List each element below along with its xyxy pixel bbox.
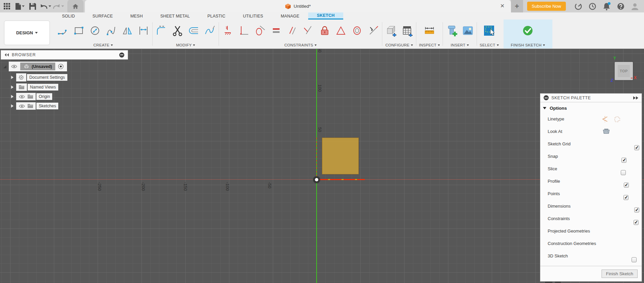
snap-checkbox[interactable] [621, 157, 626, 163]
expand-icon[interactable] [10, 95, 14, 99]
expand-collapse-icon[interactable] [3, 65, 7, 69]
fix-unfix-constraint-icon[interactable] [319, 25, 331, 37]
line-icon[interactable] [57, 25, 69, 37]
extensions-icon[interactable] [573, 1, 584, 11]
redo-button[interactable] [53, 1, 64, 11]
tab-mesh[interactable]: MESH [122, 12, 152, 20]
palette-minimize-icon[interactable] [544, 95, 549, 100]
origin-point[interactable] [314, 177, 320, 183]
tangent-constraint-icon[interactable] [254, 25, 266, 37]
visibility-eye-icon[interactable] [19, 104, 25, 108]
constraints-checkbox[interactable] [634, 220, 639, 225]
break-icon[interactable] [204, 25, 216, 37]
centerline-linetype-icon[interactable] [601, 116, 609, 122]
visibility-eye-icon[interactable] [19, 95, 25, 99]
select-icon[interactable] [483, 25, 495, 37]
browser-item-named-views[interactable]: Named Views [8, 83, 128, 91]
job-status-icon[interactable] [587, 1, 598, 11]
view-cube[interactable]: TOP Y X Z [615, 62, 633, 80]
sketch-line-vertical[interactable] [316, 138, 317, 180]
palette-row-slice: Slice [540, 163, 642, 175]
palette-dock-icon[interactable] [633, 96, 638, 100]
rectangle-icon[interactable] [73, 25, 85, 37]
help-icon[interactable] [615, 1, 626, 11]
equal-constraint-icon[interactable] [270, 25, 282, 37]
undo-button[interactable] [40, 1, 51, 11]
slice-checkbox[interactable] [621, 170, 626, 175]
dimensions-checkbox[interactable] [634, 207, 639, 212]
sketch-line-horizontal[interactable] [317, 179, 365, 180]
options-section-header[interactable]: Options [540, 102, 642, 113]
configuration-table-icon[interactable] [401, 25, 413, 37]
finish-sketch-dropdown[interactable]: FINISH SKETCH [511, 42, 545, 48]
sketch-dimension-icon[interactable] [137, 25, 150, 37]
mirror-icon[interactable] [121, 25, 133, 37]
parallel-constraint-icon[interactable] [286, 25, 298, 37]
coincident-constraint-icon[interactable] [302, 25, 315, 37]
insert-dropdown[interactable]: INSERT [451, 42, 469, 48]
insert-canvas-icon[interactable] [462, 25, 474, 37]
expand-icon[interactable] [10, 85, 14, 89]
file-menu-button[interactable] [14, 1, 26, 11]
browser-item-document-settings[interactable]: Document Settings [8, 73, 128, 81]
tab-manage[interactable]: MANAGE [272, 12, 308, 20]
modify-dropdown[interactable]: MODIFY [176, 42, 195, 48]
look-at-icon[interactable] [603, 128, 610, 134]
viewport-canvas[interactable]: -250 -200 -150 -100 -50 150 100 50 TOP Y… [0, 49, 644, 283]
finish-sketch-button[interactable]: Finish Sketch [602, 270, 638, 278]
collapse-panel-icon[interactable] [4, 53, 9, 57]
finish-sketch-icon[interactable] [522, 25, 534, 37]
expand-icon[interactable] [10, 104, 14, 108]
insert-fastener-icon[interactable] [446, 25, 458, 37]
fillet-icon[interactable] [155, 25, 167, 37]
concentric-constraint-icon[interactable] [351, 25, 363, 37]
points-checkbox[interactable] [623, 195, 629, 200]
view-cube-face-label[interactable]: TOP [618, 65, 630, 77]
home-tab[interactable] [67, 0, 84, 12]
3d-sketch-checkbox[interactable] [632, 257, 637, 262]
tab-sketch[interactable]: SKETCH [308, 12, 344, 20]
new-tab-button[interactable]: + [511, 0, 523, 12]
browser-minimize-icon[interactable] [119, 52, 124, 58]
configure-icon[interactable] [385, 25, 397, 37]
radio-activate-icon[interactable] [58, 64, 64, 69]
offset-icon[interactable] [188, 25, 200, 37]
perpendicular-constraint-icon[interactable] [238, 25, 250, 37]
save-button[interactable] [27, 1, 38, 11]
measure-icon[interactable] [423, 25, 436, 37]
visibility-eye-icon[interactable] [11, 64, 18, 69]
tab-utilities[interactable]: UTILITIES [234, 12, 272, 20]
tab-solid[interactable]: SOLID [53, 12, 84, 20]
horizontal-vertical-constraint-icon[interactable] [222, 25, 234, 37]
account-avatar[interactable] [629, 1, 641, 11]
sketch-grid-checkbox[interactable] [634, 145, 639, 150]
profile-checkbox[interactable] [624, 182, 629, 187]
midpoint-constraint-icon[interactable] [367, 25, 379, 37]
trim-icon[interactable] [171, 25, 184, 37]
workspace-switcher[interactable]: DESIGN [4, 21, 50, 45]
expand-icon[interactable] [10, 75, 14, 79]
construction-linetype-icon[interactable] [613, 116, 621, 122]
circle-icon[interactable] [89, 25, 101, 37]
redo-caret[interactable] [61, 5, 64, 7]
browser-item-sketches[interactable]: Sketches [8, 102, 128, 110]
tab-sheet-metal[interactable]: SHEET METAL [152, 12, 199, 20]
sketch-rectangle-profile[interactable] [322, 138, 359, 174]
close-tab-icon[interactable]: ✕ [500, 3, 506, 9]
subscribe-button[interactable]: Subscribe Now [527, 2, 566, 11]
inspect-dropdown[interactable]: INSPECT [419, 42, 440, 48]
tab-surface[interactable]: SURFACE [84, 12, 122, 20]
tab-plastic[interactable]: PLASTIC [199, 12, 234, 20]
notifications-bell-icon[interactable] [601, 1, 612, 11]
browser-root-row[interactable]: (Unsaved) [1, 62, 128, 71]
constraints-dropdown[interactable]: CONSTRAINTS [284, 42, 317, 48]
configure-dropdown[interactable]: CONFIGURE [385, 42, 413, 48]
polygon-constraint-icon[interactable] [335, 25, 347, 37]
document-tab[interactable]: Untitled* ✕ [85, 0, 511, 12]
app-grid-icon[interactable] [1, 1, 13, 11]
select-dropdown[interactable]: SELECT [480, 42, 499, 48]
create-dropdown[interactable]: CREATE [93, 42, 113, 48]
browser-item-origin[interactable]: Origin [8, 93, 128, 100]
spline-icon[interactable] [105, 25, 117, 37]
undo-caret[interactable] [49, 5, 51, 7]
